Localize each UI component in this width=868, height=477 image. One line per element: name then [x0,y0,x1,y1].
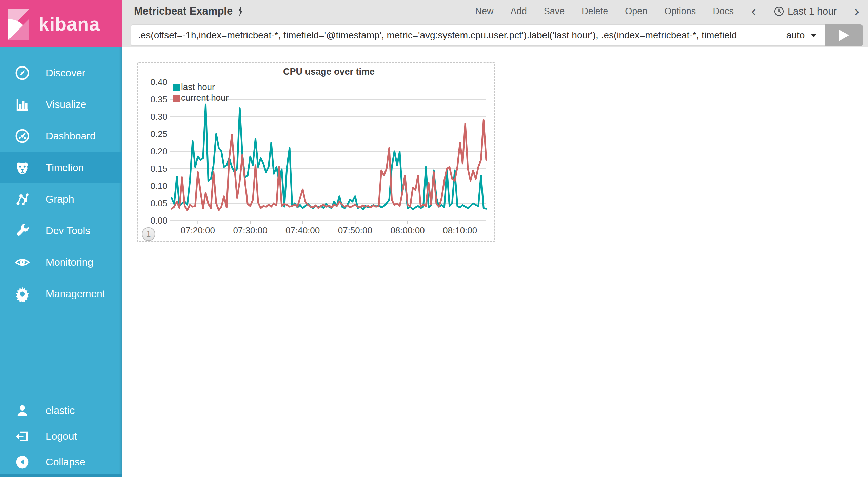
sidebar-item-label: Dev Tools [46,225,90,236]
y-axis-tick-label: 0.20 [150,146,167,156]
user-icon [14,403,31,418]
sidebar-item-label: Timelion [46,162,84,173]
panel-number-badge[interactable]: 1 [142,227,155,241]
y-axis-tick-label: 0.15 [150,164,167,174]
x-axis-tick-label: 08:00:00 [390,225,425,235]
y-axis-tick-label: 0.00 [150,215,167,226]
x-axis-tick-label: 08:10:00 [443,225,477,235]
sidebar-item-logout[interactable]: Logout [0,423,122,449]
menu-item-options[interactable]: Options [664,6,696,17]
kibana-logo-icon [5,7,35,40]
sidebar-footer: elasticLogoutCollapse [0,398,122,475]
sidebar: kibana DiscoverVisualizeDashboardTimelio… [0,0,122,477]
sidebar-bottom-strip [0,474,122,477]
sidebar-item-visualize[interactable]: Visualize [0,89,122,120]
page-title-text: Metricbeat Example [134,5,233,17]
sidebar-item-label: Management [46,288,105,300]
interval-select[interactable]: auto [778,24,825,46]
play-icon [839,30,849,41]
menu-item-delete[interactable]: Delete [581,6,608,17]
chevron-down-icon [811,34,817,37]
time-picker-label: Last 1 hour [788,6,837,17]
sidebar-nav: DiscoverVisualizeDashboardTimelionGraphD… [0,47,122,309]
y-axis-tick-label: 0.25 [150,129,167,139]
legend-label-current-hour[interactable]: current hour [181,93,229,103]
menu-item-new[interactable]: New [475,6,494,17]
y-axis-tick-label: 0.10 [150,181,167,191]
legend-swatch-current-hour[interactable] [173,95,180,102]
sidebar-item-dev-tools[interactable]: Dev Tools [0,215,122,246]
kibana-logo[interactable]: kibana [0,0,122,47]
topbar: Metricbeat Example NewAddSaveDeleteOpenO… [122,0,868,47]
gear-icon [14,286,31,302]
sidebar-item-label: Discover [46,67,85,79]
lightning-bolt-icon [237,6,244,16]
logo-text: kibana [39,13,100,35]
sidebar-item-collapse[interactable]: Collapse [0,449,122,475]
chart-title: CPU usage over time [283,66,375,77]
x-axis-tick-label: 07:50:00 [338,225,372,235]
timelion-chart[interactable]: CPU usage over time0.000.050.100.150.200… [138,63,494,241]
gauge-icon [14,128,31,144]
logout-icon [14,429,31,443]
page-title: Metricbeat Example [134,5,244,17]
x-axis-tick-label: 07:40:00 [285,225,320,235]
time-back-icon[interactable]: ‹ [751,4,757,18]
time-forward-icon[interactable]: › [854,4,860,18]
graph-icon [14,191,31,207]
timelion-expression-input[interactable] [131,24,778,46]
main-content: CPU usage over time0.000.050.100.150.200… [122,47,868,477]
menu-item-save[interactable]: Save [544,6,565,17]
top-navigation: Metricbeat Example NewAddSaveDeleteOpenO… [122,0,868,22]
menu-item-docs[interactable]: Docs [713,6,734,17]
sidebar-item-monitoring[interactable]: Monitoring [0,246,122,278]
menu-item-add[interactable]: Add [511,6,527,17]
x-axis-tick-label: 07:20:00 [181,225,215,235]
sidebar-item-label: Graph [46,193,74,205]
run-button[interactable] [825,24,863,46]
sidebar-item-label: elastic [46,405,75,416]
y-axis-tick-label: 0.30 [150,112,167,122]
barchart-icon [14,96,31,113]
sidebar-item-dashboard[interactable]: Dashboard [0,120,122,152]
clock-icon [774,6,784,17]
y-axis-tick-label: 0.05 [150,198,167,208]
y-axis-tick-label: 0.35 [150,94,167,104]
timelion-chart-panel[interactable]: CPU usage over time0.000.050.100.150.200… [137,62,495,242]
topbar-menu: NewAddSaveDeleteOpenOptionsDocs‹ Last 1 … [475,4,868,18]
sidebar-item-label: Monitoring [46,256,93,268]
y-axis-tick-label: 0.40 [150,77,167,87]
compass-icon [14,65,31,81]
sidebar-item-label: Dashboard [46,130,96,142]
lion-icon [14,159,31,176]
sidebar-item-elastic[interactable]: elastic [0,398,122,423]
sidebar-item-label: Collapse [46,456,85,468]
sidebar-item-management[interactable]: Management [0,278,122,309]
series-line-current-hour [172,120,486,210]
x-axis-tick-label: 07:30:00 [233,225,267,235]
sidebar-item-label: Visualize [46,99,86,110]
time-picker[interactable]: Last 1 hour [774,6,837,17]
legend-label-last-hour[interactable]: last hour [181,82,215,92]
wrench-icon [14,223,31,239]
sidebar-item-graph[interactable]: Graph [0,183,122,215]
query-bar: auto [131,24,863,46]
series-line-last-hour [172,104,486,209]
menu-item-open[interactable]: Open [625,6,647,17]
eye-icon [14,254,31,270]
collapse-icon [14,455,31,469]
legend-swatch-last-hour[interactable] [173,84,180,91]
sidebar-item-timelion[interactable]: Timelion [0,152,122,183]
interval-value: auto [786,30,805,41]
sidebar-item-label: Logout [46,431,77,442]
sidebar-item-discover[interactable]: Discover [0,57,122,89]
